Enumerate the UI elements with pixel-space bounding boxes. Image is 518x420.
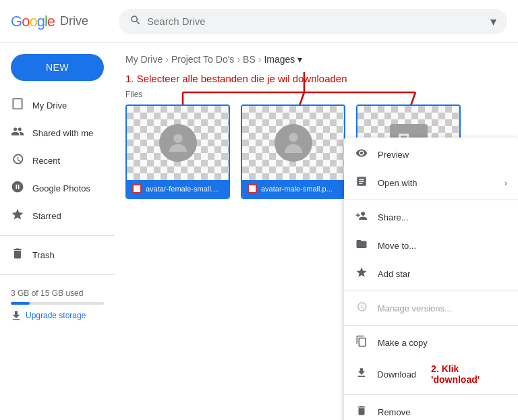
menu-label-move: Move to... xyxy=(378,241,416,251)
sidebar-label-my-drive: My Drive xyxy=(32,100,67,111)
sidebar-item-starred[interactable]: Starred xyxy=(0,202,109,230)
menu-label-star: Add star xyxy=(378,269,410,279)
menu-divider-4 xyxy=(344,394,518,395)
menu-item-preview[interactable]: Preview xyxy=(344,140,518,169)
instruction-step1: 1. Selecteer alle bestanden die je wil d… xyxy=(125,70,507,90)
menu-item-copy[interactable]: Make a copy xyxy=(344,328,518,357)
breadcrumb-bs[interactable]: BS xyxy=(243,54,256,65)
breadcrumb-sep-1: › xyxy=(165,54,169,65)
sidebar-divider-2 xyxy=(0,274,115,275)
open-with-icon xyxy=(355,175,368,190)
google-logo: Google xyxy=(11,13,55,30)
svg-rect-10 xyxy=(134,185,140,192)
search-icon xyxy=(130,14,142,28)
drive-icon xyxy=(11,97,24,114)
file-name-bar-2: avatar-male-small.p... xyxy=(242,180,344,198)
storage-text: 3 GB of 15 GB used xyxy=(11,289,104,298)
file-card-2[interactable]: avatar-male-small.p... xyxy=(241,104,345,199)
manage-versions-icon xyxy=(355,301,368,316)
download-icon xyxy=(355,367,368,382)
avatar-female-icon xyxy=(159,124,197,162)
menu-label-manage-versions: Manage versions... xyxy=(378,303,452,313)
photos-icon xyxy=(11,180,24,197)
star-icon xyxy=(355,266,368,281)
breadcrumb-my-drive[interactable]: My Drive xyxy=(125,54,163,65)
svg-rect-12 xyxy=(249,185,256,192)
menu-item-share[interactable]: Share... xyxy=(344,203,518,231)
search-bar[interactable]: ▾ xyxy=(119,9,507,34)
sidebar-label-trash: Trash xyxy=(32,250,55,260)
storage-bar-fill xyxy=(11,302,30,305)
sidebar-label-recent: Recent xyxy=(32,156,60,166)
app-body: NEW My Drive Shared with me Recent Googl… xyxy=(0,43,518,420)
menu-label-share: Share... xyxy=(378,212,409,222)
sidebar-label-photos: Google Photos xyxy=(32,183,90,193)
trash-icon xyxy=(11,247,24,264)
breadcrumb-project[interactable]: Project To Do's xyxy=(171,54,234,65)
file-type-icon-2 xyxy=(248,184,257,193)
move-icon xyxy=(355,238,368,253)
avatar-male-icon xyxy=(275,124,312,162)
main-content: My Drive › Project To Do's › BS › Images… xyxy=(115,43,518,420)
drive-logo: Drive xyxy=(60,14,88,28)
preview-icon xyxy=(355,147,368,162)
logo-area: Google Drive xyxy=(11,13,119,30)
file-name-bar-1: avatar-female-small.... xyxy=(127,180,229,198)
file-thumbnail-2 xyxy=(242,106,344,180)
storage-bar xyxy=(11,302,104,305)
shared-icon xyxy=(11,125,24,142)
menu-label-open-with: Open with xyxy=(378,178,418,188)
sidebar-divider xyxy=(0,235,115,236)
sidebar-item-my-drive[interactable]: My Drive xyxy=(0,92,109,119)
app-header: Google Drive ▾ xyxy=(0,0,518,43)
menu-item-download[interactable]: Download 2. Klik 'download' xyxy=(344,357,518,392)
remove-icon xyxy=(355,404,368,419)
file-type-icon-1 xyxy=(132,184,142,193)
menu-label-download: Download xyxy=(377,369,416,380)
menu-divider-3 xyxy=(344,325,518,326)
sidebar-item-trash[interactable]: Trash xyxy=(0,241,109,269)
breadcrumb-current[interactable]: Images ▾ xyxy=(264,54,302,65)
menu-label-preview: Preview xyxy=(378,150,409,160)
recent-icon xyxy=(11,152,24,169)
menu-item-move[interactable]: Move to... xyxy=(344,231,518,260)
file-card-1[interactable]: avatar-female-small.... xyxy=(125,104,230,199)
menu-item-remove[interactable]: Remove xyxy=(344,398,518,420)
storage-section: 3 GB of 15 GB used Upgrade storage xyxy=(0,280,115,329)
breadcrumb-sep-3: › xyxy=(258,54,262,65)
sidebar: NEW My Drive Shared with me Recent Googl… xyxy=(0,43,115,420)
open-with-arrow-icon: › xyxy=(505,178,507,188)
sidebar-item-recent[interactable]: Recent xyxy=(0,147,109,175)
menu-item-open-with[interactable]: Open with › xyxy=(344,169,518,197)
breadcrumb: My Drive › Project To Do's › BS › Images… xyxy=(125,43,507,70)
search-dropdown-icon[interactable]: ▾ xyxy=(490,14,496,29)
menu-item-star[interactable]: Add star xyxy=(344,260,518,288)
file-name-1: avatar-female-small.... xyxy=(146,185,219,193)
sidebar-item-photos[interactable]: Google Photos xyxy=(0,175,109,202)
starred-icon xyxy=(11,208,24,224)
menu-label-remove: Remove xyxy=(378,407,410,417)
svg-point-9 xyxy=(173,134,182,143)
sidebar-label-shared: Shared with me xyxy=(32,128,93,138)
search-input[interactable] xyxy=(147,16,485,27)
files-label: Files xyxy=(125,90,507,99)
menu-divider-1 xyxy=(344,200,518,200)
menu-divider-2 xyxy=(344,291,518,291)
file-thumbnail-1 xyxy=(127,106,229,180)
breadcrumb-dropdown-icon[interactable]: ▾ xyxy=(297,54,302,65)
context-menu: Preview Open with › Share... xyxy=(344,138,518,420)
download-annotation: 2. Klik 'download' xyxy=(431,363,507,385)
new-button[interactable]: NEW xyxy=(11,54,104,81)
file-name-2: avatar-male-small.p... xyxy=(261,185,333,193)
menu-label-copy: Make a copy xyxy=(378,338,428,348)
sidebar-item-shared[interactable]: Shared with me xyxy=(0,119,109,147)
upgrade-storage-button[interactable]: Upgrade storage xyxy=(11,310,86,321)
copy-icon xyxy=(355,335,368,350)
svg-point-11 xyxy=(289,133,297,142)
menu-item-manage-versions: Manage versions... xyxy=(344,294,518,322)
sidebar-label-starred: Starred xyxy=(32,211,61,221)
breadcrumb-sep-2: › xyxy=(237,54,240,65)
share-icon xyxy=(355,210,368,224)
